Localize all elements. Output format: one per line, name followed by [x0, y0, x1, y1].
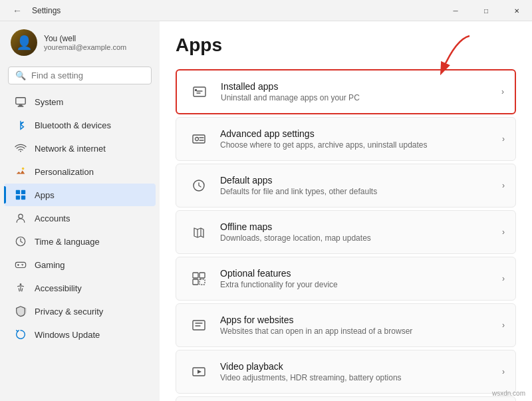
advanced-app-settings-item[interactable]: Advanced app settings Choose where to ge…: [176, 117, 516, 161]
windows-update-icon: [15, 329, 27, 340]
video-playback-icon: [187, 360, 211, 384]
search-input[interactable]: [31, 70, 144, 80]
sidebar-item-privacy[interactable]: Privacy & security: [4, 300, 156, 323]
default-apps-title: Default apps: [220, 175, 502, 186]
svg-rect-14: [194, 87, 205, 96]
search-icon: 🔍: [15, 70, 26, 80]
optional-features-title: Optional features: [220, 268, 502, 279]
svg-point-17: [196, 138, 199, 141]
offline-maps-title: Offline maps: [220, 221, 502, 232]
svg-rect-1: [19, 105, 22, 106]
apps-for-websites-icon: [187, 313, 211, 337]
sidebar-item-bluetooth[interactable]: Bluetooth & devices: [4, 114, 156, 136]
svg-rect-0: [16, 98, 25, 104]
advanced-app-settings-title: Advanced app settings: [220, 128, 502, 139]
svg-rect-19: [193, 273, 198, 278]
sidebar-item-apps[interactable]: Apps: [4, 184, 156, 206]
startup-item[interactable]: Startup Apps that start automatically wh…: [176, 396, 516, 401]
sidebar-item-system[interactable]: System: [4, 90, 156, 113]
optional-features-icon: [187, 267, 211, 291]
installed-apps-chevron: ›: [501, 87, 504, 96]
sidebar-item-accessibility[interactable]: Accessibility: [4, 277, 156, 299]
installed-apps-text: Installed apps Uninstall and manage apps…: [221, 81, 501, 102]
sidebar-item-bluetooth-label: Bluetooth & devices: [35, 120, 111, 130]
window-controls: ─ □ ✕: [440, 0, 532, 21]
personalization-icon: [15, 166, 27, 178]
app-container: 👤 You (well youremail@example.com 🔍 Syst…: [0, 21, 532, 401]
video-playback-chevron: ›: [502, 367, 505, 376]
sidebar-item-personalization-label: Personalization: [35, 167, 94, 177]
sidebar-item-gaming[interactable]: Gaming: [4, 253, 156, 276]
sidebar-item-accounts[interactable]: Accounts: [4, 207, 156, 229]
gaming-icon: [15, 259, 27, 271]
apps-for-websites-item[interactable]: Apps for websites Websites that can open…: [176, 303, 516, 347]
sidebar-item-network-label: Network & internet: [35, 144, 106, 154]
back-button[interactable]: ←: [8, 1, 27, 20]
svg-rect-20: [200, 273, 205, 278]
sidebar-item-personalization[interactable]: Personalization: [4, 160, 156, 183]
user-name: You (well: [44, 34, 126, 43]
svg-rect-4: [16, 190, 20, 194]
svg-rect-23: [193, 321, 205, 330]
user-profile[interactable]: 👤 You (well youremail@example.com: [0, 21, 160, 64]
optional-features-chevron: ›: [502, 274, 505, 283]
sidebar-item-accessibility-label: Accessibility: [35, 283, 82, 293]
close-button[interactable]: ✕: [501, 0, 532, 21]
system-icon: [15, 96, 27, 108]
sidebar-item-privacy-label: Privacy & security: [35, 307, 103, 317]
bluetooth-icon: [15, 119, 27, 131]
advanced-app-settings-icon: [187, 127, 211, 151]
sidebar-item-network[interactable]: Network & internet: [4, 137, 156, 160]
page-title: Apps: [176, 35, 516, 56]
svg-rect-2: [18, 106, 24, 106]
svg-point-8: [19, 214, 23, 218]
default-apps-subtitle: Defaults for file and link types, other …: [220, 187, 502, 196]
optional-features-subtitle: Extra functionality for your device: [220, 280, 502, 289]
apps-icon: [15, 189, 27, 201]
svg-point-11: [22, 265, 23, 266]
sidebar-item-system-label: System: [35, 97, 63, 107]
sidebar-item-windows-update-label: Windows Update: [35, 330, 100, 340]
svg-rect-22: [200, 279, 205, 285]
sidebar-item-time[interactable]: Time & language: [4, 230, 156, 253]
advanced-app-settings-chevron: ›: [502, 134, 505, 144]
installed-apps-icon: [188, 80, 211, 104]
accounts-icon: [15, 212, 27, 224]
video-playback-text: Video playback Video adjustments, HDR st…: [220, 361, 502, 382]
default-apps-text: Default apps Defaults for file and link …: [220, 175, 502, 196]
svg-rect-6: [16, 196, 20, 200]
sidebar-nav: System Bluetooth & devices Network & int…: [0, 90, 160, 346]
maximize-button[interactable]: □: [471, 0, 501, 21]
user-email: youremail@example.com: [44, 43, 126, 51]
default-apps-icon: [187, 174, 211, 198]
offline-maps-subtitle: Downloads, storage location, map updates: [220, 233, 502, 243]
offline-maps-text: Offline maps Downloads, storage location…: [220, 221, 502, 243]
svg-rect-15: [195, 89, 197, 91]
installed-apps-item[interactable]: Installed apps Uninstall and manage apps…: [176, 69, 516, 114]
video-playback-item[interactable]: Video playback Video adjustments, HDR st…: [176, 350, 516, 394]
svg-marker-25: [198, 370, 201, 374]
titlebar: ← Settings ─ □ ✕: [0, 0, 532, 21]
optional-features-item[interactable]: Optional features Extra functionality fo…: [176, 257, 516, 301]
video-playback-title: Video playback: [220, 361, 502, 372]
search-box[interactable]: 🔍: [8, 67, 152, 84]
svg-rect-7: [21, 196, 25, 200]
video-playback-subtitle: Video adjustments, HDR streaming, batter…: [220, 373, 502, 382]
sidebar-item-gaming-label: Gaming: [35, 260, 65, 270]
svg-rect-5: [21, 190, 25, 194]
offline-maps-item[interactable]: Offline maps Downloads, storage location…: [176, 210, 516, 254]
accessibility-icon: [15, 282, 27, 294]
default-apps-item[interactable]: Default apps Defaults for file and link …: [176, 164, 516, 207]
time-icon: [15, 235, 27, 247]
svg-rect-21: [193, 279, 198, 285]
user-info: You (well youremail@example.com: [44, 34, 126, 51]
minimize-button[interactable]: ─: [440, 0, 471, 21]
apps-for-websites-text: Apps for websites Websites that can open…: [220, 315, 502, 336]
default-apps-chevron: ›: [502, 181, 505, 190]
content-area: Apps Installed apps Uninstall and man: [160, 21, 532, 401]
advanced-app-settings-text: Advanced app settings Choose where to ge…: [220, 128, 502, 150]
sidebar-item-apps-label: Apps: [35, 190, 55, 200]
sidebar-item-windows-update[interactable]: Windows Update: [4, 323, 156, 346]
offline-maps-icon: [187, 220, 211, 244]
settings-list: Installed apps Uninstall and manage apps…: [176, 69, 516, 401]
